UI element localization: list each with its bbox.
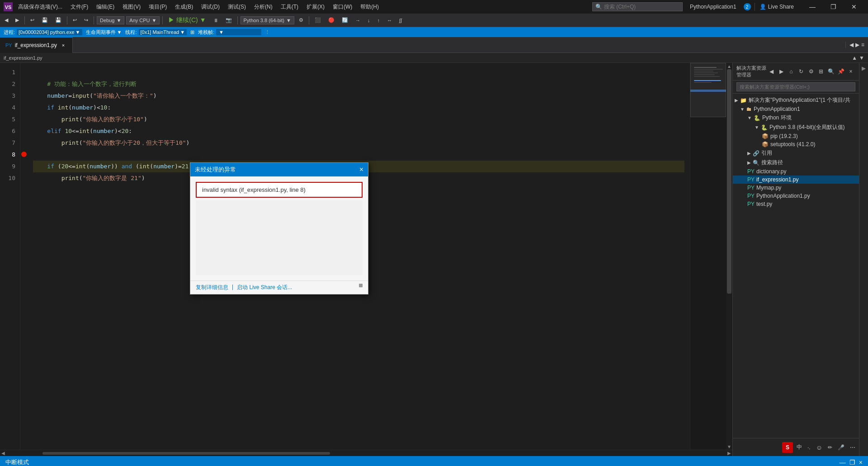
- menu-test[interactable]: 测试(S): [224, 1, 250, 13]
- notification-badge[interactable]: 2: [744, 3, 751, 10]
- ime-punct-btn[interactable]: ·.: [806, 443, 812, 452]
- ime-pen-btn[interactable]: ✏: [826, 443, 834, 452]
- tab-close-button[interactable]: ×: [60, 42, 67, 49]
- scroll-thumb[interactable]: [727, 69, 731, 294]
- sidebar-close-icon[interactable]: ×: [846, 67, 855, 76]
- ime-mic-btn[interactable]: 🎤: [836, 443, 846, 452]
- break-panel-close[interactable]: ×: [859, 459, 863, 466]
- toolbar-run-to[interactable]: ↔: [384, 17, 395, 24]
- tree-file-test[interactable]: PY test.py: [733, 200, 859, 208]
- sidebar-back-icon[interactable]: ◀: [767, 67, 776, 76]
- scroll-right-button[interactable]: ▶: [726, 450, 732, 456]
- menu-file[interactable]: 文件(F): [67, 1, 92, 13]
- tree-file-if-expression[interactable]: PY if_expression1.py: [733, 176, 859, 184]
- thread-dropdown[interactable]: [0x1] MainThread ▼: [139, 29, 187, 35]
- menu-project[interactable]: 项目(P): [145, 1, 170, 13]
- editor-nav-down[interactable]: ▼: [859, 55, 864, 61]
- menu-edit[interactable]: 编辑(E): [93, 1, 118, 13]
- toolbar-step-out[interactable]: ↑: [374, 17, 382, 24]
- sidebar-search-input[interactable]: [736, 82, 855, 91]
- toolbar-breakpoints[interactable]: ⬛: [312, 16, 324, 24]
- toolbar-save[interactable]: ↩: [28, 16, 37, 24]
- toolbar-stop[interactable]: 📷: [223, 16, 235, 24]
- sidebar-settings-icon[interactable]: ⚙: [807, 67, 816, 76]
- menu-help[interactable]: 帮助(H): [357, 1, 382, 13]
- ime-zh-btn[interactable]: 中: [795, 442, 804, 452]
- toolbar-settings[interactable]: ⚙: [296, 16, 306, 24]
- tree-file-pythonapp[interactable]: PY PythonApplication1.py: [733, 192, 859, 200]
- scroll-left-button[interactable]: ◀: [0, 450, 6, 456]
- menu-advanced-save[interactable]: 高级保存选项(V)...: [14, 1, 66, 13]
- filter-item[interactable]: ⊞: [190, 29, 194, 35]
- tree-pip[interactable]: 📦 pip (19.2.3): [733, 132, 859, 140]
- toolbar-nav-back[interactable]: ◀: [2, 16, 11, 24]
- scroll-down-button[interactable]: ▼: [726, 443, 732, 450]
- break-panel-restore[interactable]: ❐: [849, 459, 855, 466]
- copy-details-link[interactable]: 复制详细信息: [196, 284, 228, 291]
- global-search-box[interactable]: 🔍: [592, 2, 683, 11]
- sidebar-home-icon[interactable]: ⌂: [787, 67, 796, 76]
- tree-file-dictionary[interactable]: PY dictionary.py: [733, 167, 859, 176]
- toolbar-nav-forward[interactable]: ▶: [13, 16, 22, 24]
- stack-dropdown[interactable]: ▼: [216, 29, 261, 35]
- tab-if-expression[interactable]: PY if_expression1.py ×: [0, 37, 73, 53]
- sidebar-refresh-icon[interactable]: ↻: [797, 67, 806, 76]
- tab-list-icon[interactable]: ≡: [861, 42, 864, 48]
- menu-debug[interactable]: 调试(D): [198, 1, 223, 13]
- continue-button[interactable]: ▶ 继续(C) ▼: [165, 15, 208, 25]
- scroll-up-button[interactable]: ▲: [726, 63, 732, 69]
- menu-extensions[interactable]: 扩展(X): [303, 1, 328, 13]
- lifecycle-item[interactable]: 生命周期事件 ▼: [86, 29, 122, 36]
- sidebar-search-icon[interactable]: 🔍: [826, 67, 835, 76]
- restore-button[interactable]: ❐: [823, 0, 844, 14]
- vertical-scrollbar[interactable]: ▲ ▼: [726, 63, 732, 450]
- menu-window[interactable]: 窗口(W): [329, 1, 356, 13]
- sidebar-pin-icon[interactable]: 📌: [836, 67, 845, 76]
- h-scroll-thumb[interactable]: [42, 452, 330, 455]
- ime-settings-btn[interactable]: ⋯: [848, 443, 857, 452]
- process-dropdown[interactable]: [0x00002034] python.exe ▼: [17, 29, 82, 35]
- sidebar-filter-icon[interactable]: ⊞: [816, 67, 826, 76]
- toolbar-more[interactable]: ∫∫: [396, 17, 405, 24]
- minimize-button[interactable]: —: [802, 0, 823, 14]
- tab-scroll-right[interactable]: ▶: [855, 42, 859, 48]
- cpu-dropdown[interactable]: Any CPU ▼: [126, 16, 160, 24]
- editor-nav-up[interactable]: ▲: [852, 55, 857, 61]
- live-share-button[interactable]: 👤 Live Share: [755, 3, 798, 11]
- toolbar-restart[interactable]: 🔄: [339, 16, 351, 24]
- toolbar-undo[interactable]: ↩: [70, 16, 80, 24]
- right-bar-collapse-icon[interactable]: ▶: [860, 65, 868, 72]
- ime-emoji-btn[interactable]: ☺: [814, 443, 824, 452]
- horizontal-scrollbar[interactable]: ◀ ▶: [0, 450, 732, 456]
- tree-file-mymap[interactable]: PY Mymap.py: [733, 184, 859, 192]
- break-panel-minimize[interactable]: —: [840, 459, 846, 466]
- tree-solution[interactable]: ▶ 📁 解决方案"PythonApplication1"(1 个项目/共: [733, 95, 859, 105]
- exception-close-button[interactable]: ×: [359, 166, 363, 174]
- tree-search-paths[interactable]: ▶ 🔍 搜索路径: [733, 158, 859, 167]
- debug-config-dropdown[interactable]: Debug ▼: [97, 16, 124, 24]
- close-button[interactable]: ✕: [844, 0, 864, 14]
- toolbar-stop-debug[interactable]: 🔴: [326, 16, 337, 24]
- toolbar-save-all[interactable]: 💾: [39, 16, 51, 24]
- toolbar-save-file2[interactable]: 💾: [52, 16, 64, 24]
- sidebar-forward-icon[interactable]: ▶: [777, 67, 786, 76]
- ime-sougou-icon[interactable]: S: [782, 442, 793, 453]
- search-input[interactable]: [604, 4, 672, 10]
- menu-build[interactable]: 生成(B): [171, 1, 197, 13]
- python-dropdown[interactable]: Python 3.8 (64-bit) ▼: [241, 16, 294, 24]
- toolbar-step-into[interactable]: ↓: [365, 17, 373, 24]
- toolbar-redo[interactable]: ↪: [81, 16, 91, 24]
- tree-references[interactable]: ▶ 🔗 引用: [733, 148, 859, 158]
- menu-view[interactable]: 视图(V): [119, 1, 144, 13]
- menu-analyze[interactable]: 分析(N): [250, 1, 276, 13]
- tree-project[interactable]: ▼ 🖿 PythonApplication1: [733, 105, 859, 113]
- menu-tools[interactable]: 工具(T): [277, 1, 302, 13]
- tree-python-env[interactable]: ▼ 🐍 Python 环境: [733, 113, 859, 123]
- tree-python-version[interactable]: ▼ 🐍 Python 3.8 (64-bit)(全局默认值): [733, 123, 859, 132]
- expand-item[interactable]: ⋮: [265, 29, 270, 35]
- toolbar-pause[interactable]: ⏸: [211, 17, 221, 24]
- toolbar-step-over[interactable]: →: [353, 17, 363, 24]
- tree-setuptools[interactable]: 📦 setuptools (41.2.0): [733, 140, 859, 148]
- tab-scroll-left[interactable]: ◀: [849, 42, 854, 48]
- live-share-session-link[interactable]: 启动 Live Share 会话...: [237, 284, 292, 291]
